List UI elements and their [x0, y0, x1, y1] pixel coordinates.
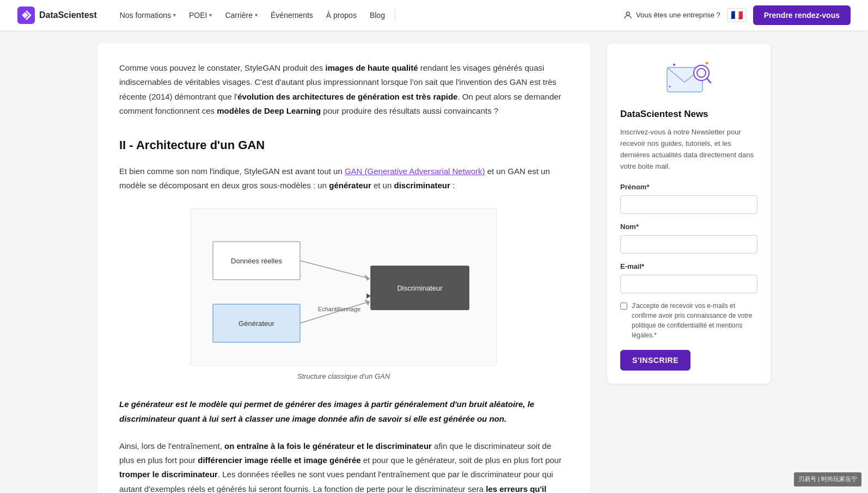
gan-diagram: Données réelles Générateur Discriminateu… [202, 220, 485, 350]
nom-input[interactable] [620, 235, 757, 254]
nav-poei[interactable]: POEI ▾ [184, 6, 217, 24]
nav-links: Nos formations ▾ POEI ▾ Carrière ▾ Événe… [114, 6, 623, 24]
bold-differencier: différencier image réelle et image génér… [198, 455, 360, 465]
svg-line-10 [300, 301, 370, 323]
bold-evolution: évolution des architectures de génératio… [237, 92, 457, 101]
svg-text:Discriminateur: Discriminateur [397, 284, 443, 292]
prenom-input[interactable] [620, 195, 757, 214]
nav-nos-formations-label: Nos formations [120, 9, 171, 21]
navbar: DataScientest Nos formations ▾ POEI ▾ Ca… [0, 0, 868, 30]
bold-discriminateur: discriminateur [394, 181, 450, 190]
email-label: E-mail* [620, 261, 757, 273]
newsletter-title: DataScientest News [620, 107, 757, 121]
svg-line-8 [300, 261, 370, 279]
sidebar: DataScientest News Inscrivez-vous à notr… [607, 44, 771, 493]
newsletter-icon [664, 57, 713, 100]
prenom-label: Prénom* [620, 182, 757, 193]
svg-point-18 [673, 64, 675, 66]
bold-modeles-dl: modèles de Deep Learning [217, 106, 321, 115]
svg-point-19 [706, 62, 708, 65]
diagram-svg-wrap: Données réelles Générateur Discriminateu… [191, 208, 497, 366]
nav-nos-formations[interactable]: Nos formations ▾ [114, 6, 181, 24]
cta-button[interactable]: Prendre rendez-vous [753, 5, 851, 25]
bold-tromper: tromper le discriminateur [119, 470, 218, 479]
bold-erreurs: les erreurs qu'il commet en classant les… [119, 484, 546, 493]
nom-label: Nom* [620, 221, 757, 233]
bold-generateur: générateur [329, 181, 371, 190]
svg-point-20 [669, 86, 671, 88]
callout-text: Le générateur est le modèle qui permet d… [119, 399, 534, 423]
navbar-right: Vous êtes une entreprise ? 🇫🇷 Prendre re… [623, 5, 851, 25]
nav-a-propos[interactable]: À propos [321, 6, 362, 24]
svg-text:Données réelles: Données réelles [231, 257, 282, 265]
nav-evenements[interactable]: Événements [265, 6, 319, 24]
nav-a-propos-label: À propos [326, 9, 357, 21]
article: Comme vous pouvez le constater, StyleGAN… [97, 44, 590, 493]
nav-carriere[interactable]: Carrière ▾ [219, 6, 263, 24]
training-paragraph: Ainsi, lors de l'entraînement, on entraî… [119, 439, 568, 493]
newsletter-card: DataScientest News Inscrivez-vous à notr… [607, 44, 771, 384]
svg-marker-13 [366, 293, 371, 299]
chevron-down-icon: ▾ [255, 11, 258, 20]
page-layout: Comme vous pouvez le constater, StyleGAN… [80, 30, 788, 493]
callout-paragraph: Le générateur est le modèle qui permet d… [119, 397, 568, 426]
person-icon [623, 10, 633, 20]
svg-text:Générateur: Générateur [239, 319, 274, 328]
newsletter-desc: Inscrivez-vous à notre Newsletter pour r… [620, 127, 757, 172]
enterprise-link[interactable]: Vous êtes une entreprise ? [623, 10, 720, 21]
watermark: 刃易号 | 时尚玩家岳宁 [794, 472, 861, 486]
gan-link[interactable]: GAN (Generative Adversarial Network) [345, 167, 485, 176]
nav-poei-label: POEI [189, 9, 207, 21]
consent-row: J'accepte de recevoir vos e-mails et con… [620, 301, 757, 340]
nav-blog-label: Blog [370, 9, 385, 21]
chevron-down-icon: ▾ [173, 11, 176, 20]
chevron-down-icon: ▾ [209, 11, 212, 20]
svg-line-17 [707, 78, 711, 83]
consent-label: J'accepte de recevoir vos e-mails et con… [632, 301, 757, 340]
newsletter-icon-wrap [620, 57, 757, 100]
email-input[interactable] [620, 275, 757, 293]
logo-text: DataScientest [39, 8, 97, 22]
bold-images-haute-qualite: images de haute qualité [326, 63, 418, 72]
svg-text:Echantillonnage: Echantillonnage [318, 306, 360, 312]
enterprise-label: Vous êtes une entreprise ? [636, 10, 720, 21]
language-flag[interactable]: 🇫🇷 [727, 8, 747, 22]
paragraph-gan-intro: Et bien comme son nom l'indique, StyleGA… [119, 164, 568, 193]
section-heading-gan: II - Architecture d'un GAN [119, 135, 568, 155]
bold-entraine: on entraîne à la fois le générateur et l… [224, 441, 432, 451]
logo[interactable]: DataScientest [17, 7, 97, 24]
nav-carriere-label: Carrière [225, 9, 253, 21]
nav-evenements-label: Événements [271, 9, 313, 21]
nav-divider [395, 9, 395, 22]
nav-blog[interactable]: Blog [364, 6, 390, 24]
flag-emoji: 🇫🇷 [731, 8, 743, 22]
consent-checkbox[interactable] [620, 303, 627, 310]
svg-point-1 [626, 12, 629, 15]
logo-icon [17, 7, 35, 24]
diagram-caption: Structure classique d'un GAN [297, 371, 390, 383]
gan-diagram-container: Données réelles Générateur Discriminateu… [119, 208, 568, 383]
subscribe-button[interactable]: S'INSCRIRE [620, 350, 690, 371]
intro-paragraph: Comme vous pouvez le constater, StyleGAN… [119, 61, 568, 118]
